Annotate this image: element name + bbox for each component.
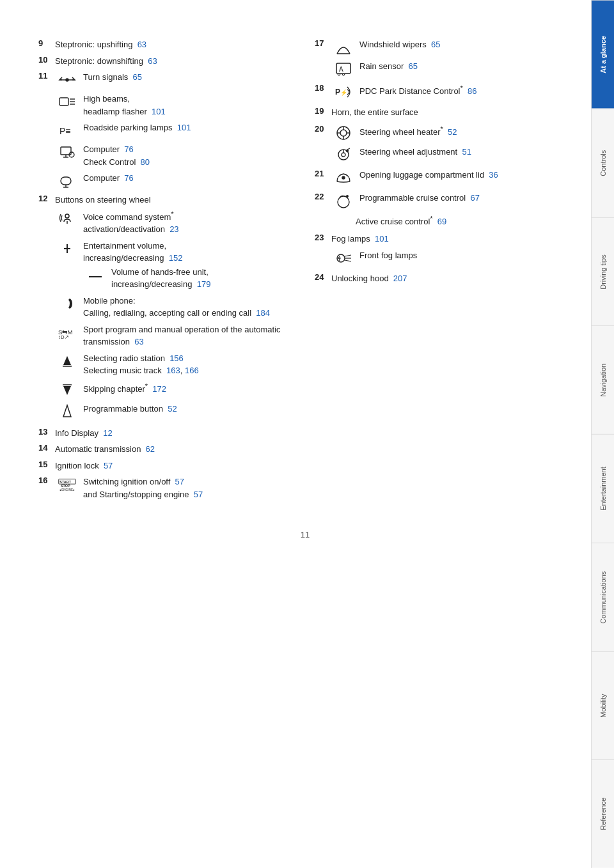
skip-chapter-entry: Skipping chapter* 172 bbox=[55, 381, 289, 399]
svg-text:P≡: P≡ bbox=[59, 126, 71, 136]
item-13: 13 Info Display 12 bbox=[38, 427, 289, 440]
item-14: 14 Automatic transmission 62 bbox=[38, 443, 289, 456]
tab-communications[interactable]: Communications bbox=[592, 543, 614, 651]
right-column: 17 Windshield wipers 65 A bbox=[315, 38, 572, 504]
item-13-text: Info Display 12 bbox=[55, 427, 289, 440]
item-16-text: Switching ignition on/off 57and Starting… bbox=[83, 476, 289, 500]
steering-adjust-entry: Steering wheel adjustment 51 bbox=[315, 146, 565, 164]
volume-link[interactable]: 152 bbox=[169, 253, 183, 263]
svg-text:START: START bbox=[59, 480, 71, 484]
tab-at-a-glance[interactable]: At a glance bbox=[592, 0, 614, 109]
pdc-icon: P ⚡ bbox=[331, 83, 356, 101]
computer1-entry: Computer 76Check Control 80 bbox=[55, 143, 289, 168]
parking-lamps-link[interactable]: 101 bbox=[177, 123, 191, 132]
item-12-number: 12 bbox=[38, 194, 55, 203]
svg-line-52 bbox=[345, 255, 351, 256]
item-19: 19 Horn, the entire surface bbox=[315, 106, 565, 119]
radio-station-entry: Selecting radio station 156Selecting mus… bbox=[55, 352, 289, 377]
tab-entertainment[interactable]: Entertainment bbox=[592, 434, 614, 543]
radio-link[interactable]: 156 bbox=[169, 353, 184, 363]
item-21: 21 Opening luggage compartment lid 36 bbox=[315, 169, 565, 187]
computer1-link[interactable]: 76 bbox=[124, 144, 133, 154]
svg-text:↕D↗: ↕D↗ bbox=[58, 334, 69, 339]
item-17-text: Windshield wipers 65 bbox=[359, 38, 565, 51]
item-17: 17 Windshield wipers 65 bbox=[315, 38, 565, 56]
item-11: 11 Turn signals 65 bbox=[38, 71, 289, 89]
music-link-2[interactable]: 166 bbox=[185, 366, 199, 375]
item-23-link[interactable]: 101 bbox=[375, 234, 389, 244]
sport-program-link[interactable]: 63 bbox=[134, 337, 143, 346]
item-9: 9 Steptronic: upshifting 63 bbox=[38, 38, 289, 51]
item-18-link[interactable]: 86 bbox=[468, 86, 476, 96]
high-beams-text: High beams,headlamp flasher 101 bbox=[83, 93, 289, 118]
item-16-link1[interactable]: 57 bbox=[175, 477, 184, 486]
item-11-link[interactable]: 65 bbox=[133, 72, 142, 82]
handsfree-link[interactable]: 179 bbox=[197, 279, 211, 289]
active-cruise-entry: Active cruise control* 69 bbox=[356, 213, 565, 228]
svg-point-48 bbox=[342, 176, 345, 179]
parking-lamps-text: Roadside parking lamps 101 bbox=[83, 121, 289, 134]
steering-adjust-text: Steering wheel adjustment 51 bbox=[359, 146, 565, 159]
windshield-wiper-icon bbox=[331, 38, 356, 56]
tab-mobility[interactable]: Mobility bbox=[592, 651, 614, 760]
check-control-link[interactable]: 80 bbox=[141, 157, 150, 167]
high-beams-link[interactable]: 101 bbox=[152, 107, 166, 116]
left-column: 9 Steptronic: upshifting 63 10 Steptroni… bbox=[38, 38, 295, 504]
tab-controls[interactable]: Controls bbox=[592, 109, 614, 217]
voice-command-icon bbox=[55, 209, 79, 227]
prog-button-link[interactable]: 52 bbox=[168, 404, 177, 414]
item-22-text: Programmable cruise control 67 bbox=[359, 192, 565, 205]
svg-text:⚡: ⚡ bbox=[340, 89, 348, 97]
item-24-text: Unlocking hood 207 bbox=[331, 272, 565, 285]
item-15: 15 Ignition lock 57 bbox=[38, 460, 289, 472]
parking-lamps-icon: P≡ bbox=[55, 121, 79, 139]
active-cruise-link[interactable]: 69 bbox=[437, 217, 446, 226]
item-20: 20 Steering wheel heater* 52 bbox=[315, 124, 565, 142]
tab-reference[interactable]: Reference bbox=[592, 759, 614, 868]
music-link-1[interactable]: 163 bbox=[166, 366, 180, 375]
item-11-number: 11 bbox=[38, 71, 55, 81]
volume-entry: Entertainment volume,increasing/decreasi… bbox=[55, 240, 289, 291]
item-21-text: Opening luggage compartment lid 36 bbox=[359, 169, 565, 182]
item-10-text: Steptronic: downshifting 63 bbox=[55, 55, 289, 68]
item-12: 12 Buttons on steering wheel bbox=[38, 194, 289, 206]
prog-button-entry: Programmable button 52 bbox=[55, 403, 289, 421]
mobile-phone-link[interactable]: 184 bbox=[256, 308, 270, 318]
volume-icon bbox=[55, 240, 79, 258]
mobile-phone-text: Mobile phone:Calling, redialing, accepti… bbox=[83, 295, 289, 320]
item-21-link[interactable]: 36 bbox=[489, 170, 498, 180]
item-10-link[interactable]: 63 bbox=[148, 56, 157, 66]
steering-adjust-link[interactable]: 51 bbox=[462, 147, 471, 157]
sport-program-icon: S⇆M ↕D↗ bbox=[55, 323, 79, 341]
svg-point-38 bbox=[340, 130, 347, 136]
item-15-link[interactable]: 57 bbox=[104, 461, 113, 470]
item-18-text: PDC Park Distance Control* 86 bbox=[359, 83, 565, 98]
computer2-link[interactable]: 76 bbox=[124, 173, 133, 183]
parking-lamps-entry: P≡ Roadside parking lamps 101 bbox=[55, 121, 289, 139]
item-16: 16 START STOP ●ENGINE● Switching ignitio… bbox=[38, 476, 289, 500]
svg-point-44 bbox=[342, 153, 345, 157]
item-22-number: 22 bbox=[315, 192, 331, 201]
turn-signals-icon bbox=[55, 71, 79, 89]
item-22-link[interactable]: 67 bbox=[470, 193, 479, 203]
svg-text:P: P bbox=[335, 88, 340, 97]
item-12-text: Buttons on steering wheel bbox=[55, 194, 289, 206]
skip-chapter-link[interactable]: 172 bbox=[152, 384, 166, 394]
rain-sensor-link[interactable]: 65 bbox=[409, 61, 418, 71]
item-14-link[interactable]: 62 bbox=[146, 444, 155, 454]
item-23-text: Fog lamps 101 bbox=[331, 233, 565, 245]
svg-text:●ENGINE●: ●ENGINE● bbox=[59, 488, 75, 492]
voice-command-entry: Voice command system*activation/deactiva… bbox=[55, 209, 289, 236]
item-13-link[interactable]: 12 bbox=[103, 428, 112, 438]
voice-command-link[interactable]: 23 bbox=[169, 224, 178, 234]
tab-navigation[interactable]: Navigation bbox=[592, 325, 614, 434]
tab-driving-tips[interactable]: Driving tips bbox=[592, 217, 614, 326]
item-17-link[interactable]: 65 bbox=[431, 40, 440, 49]
start-stop-icon: START STOP ●ENGINE● bbox=[55, 476, 79, 493]
svg-text:A: A bbox=[339, 66, 343, 73]
item-24-link[interactable]: 207 bbox=[393, 274, 407, 283]
item-20-link[interactable]: 52 bbox=[448, 127, 457, 137]
item-9-link[interactable]: 63 bbox=[138, 40, 146, 49]
high-beams-entry: High beams,headlamp flasher 101 bbox=[55, 93, 289, 118]
item-16-link2[interactable]: 57 bbox=[194, 490, 203, 499]
